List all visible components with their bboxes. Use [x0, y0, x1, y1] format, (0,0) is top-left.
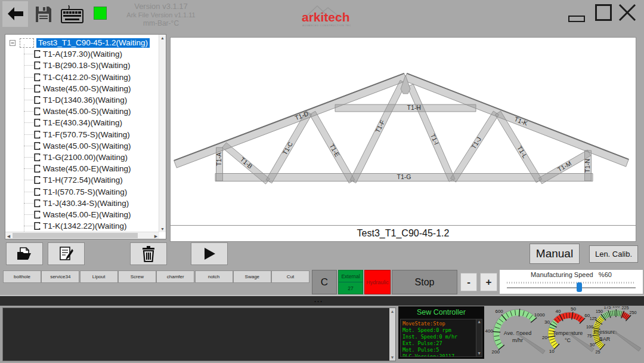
- tree-item[interactable]: T1-H(772.54)(Waiting): [5, 174, 123, 186]
- edit-button[interactable]: [48, 242, 85, 265]
- scroll-up-icon[interactable]: ▲: [389, 309, 395, 314]
- speed-slider-ticks: [507, 282, 636, 284]
- op-button-swage[interactable]: Swage: [233, 270, 271, 283]
- close-button[interactable]: [617, 2, 637, 23]
- splitter-grip[interactable]: ...: [314, 296, 323, 303]
- minimize-button[interactable]: [568, 16, 585, 22]
- external-status-button[interactable]: External 27: [338, 270, 363, 294]
- tree-item-label[interactable]: T1-D(1340.36)(Waiting): [43, 96, 127, 104]
- tree-item-label[interactable]: T1-E(430.34)(Waiting): [43, 118, 122, 127]
- manual-button[interactable]: Manual: [530, 244, 580, 264]
- speed-slider[interactable]: [507, 287, 636, 288]
- tree-connector: [24, 214, 33, 215]
- tree-connector: [24, 180, 33, 180]
- tree-item[interactable]: T1-F(570.75-S)(Waiting): [5, 129, 130, 140]
- tree-root-item[interactable]: Test3_T1_C90-45-1.2(Waiting): [10, 37, 150, 48]
- tree-item-label[interactable]: T1-H(772.54)(Waiting): [43, 176, 123, 184]
- tree-item-label[interactable]: Waste(45.00-S)(Waiting): [43, 141, 131, 150]
- tree-item-label[interactable]: T1-A(197.30)(Waiting): [43, 50, 122, 59]
- sew-console-lines: MoveState:StopMot. Speed:0 rpmInst. Spee…: [402, 321, 482, 357]
- speed-increase-button[interactable]: +: [480, 273, 497, 291]
- tree-item[interactable]: T1-J(430.34-S)(Waiting): [5, 198, 129, 209]
- scroll-down-icon[interactable]: ▼: [476, 351, 482, 356]
- tree-item-label[interactable]: T1-C(412.20-S)(Waiting): [43, 73, 131, 82]
- scroll-down-icon[interactable]: ▼: [159, 226, 166, 232]
- gauge-pressure: 255075100125150175200225250PressureBAR: [586, 306, 641, 355]
- speed-decrease-button[interactable]: -: [460, 273, 477, 291]
- tree-item-label[interactable]: T1-J(430.34-S)(Waiting): [43, 199, 129, 208]
- tree-item-label[interactable]: Waste(45.00-S)(Waiting): [43, 84, 131, 93]
- sew-console-scrollbar[interactable]: ▲ ▼: [476, 319, 482, 356]
- truss-drawing-canvas[interactable]: T1-AT1-BT1-CT1-ET1-FT1-IT1-JT1-LT1-MT1-N…: [170, 37, 636, 226]
- svg-text:200: 200: [492, 349, 500, 355]
- tree-item[interactable]: T1-B(290.18-S)(Waiting): [5, 60, 131, 71]
- op-button-notch[interactable]: notch: [195, 270, 233, 283]
- tree-item[interactable]: T1-I(570.75-S)(Waiting): [5, 186, 127, 198]
- op-button-service34[interactable]: service34: [41, 270, 79, 283]
- back-button[interactable]: [2, 1, 28, 27]
- scroll-up-icon[interactable]: ▲: [476, 319, 482, 325]
- op-button-chamfer[interactable]: chamfer: [156, 270, 194, 283]
- sew-console-line: MoveState:Stop: [402, 321, 482, 327]
- truss-diagram: T1-AT1-BT1-CT1-ET1-FT1-IT1-JT1-LT1-MT1-N…: [171, 38, 636, 225]
- c-button[interactable]: C: [312, 270, 337, 294]
- console-scrollbar[interactable]: ▲ ▼: [389, 308, 395, 361]
- speed-slider-thumb[interactable]: [577, 282, 582, 292]
- tree-item[interactable]: Waste(45.00-S)(Waiting): [5, 106, 131, 117]
- tree-item[interactable]: Waste(45.00-E)(Waiting): [5, 209, 131, 220]
- keyboard-button[interactable]: [60, 5, 85, 24]
- tree-item[interactable]: T1-D(1340.36)(Waiting): [5, 94, 127, 106]
- tree-horizontal-scrollbar[interactable]: ◀ ▶: [5, 232, 159, 239]
- truss-member-T1-H: [335, 104, 476, 112]
- hydraulic-status-button[interactable]: Hydraulic: [364, 270, 391, 294]
- tree-item-label[interactable]: T1-G(2100.00)(Waiting): [43, 153, 128, 162]
- scroll-up-icon[interactable]: ▲: [159, 35, 166, 41]
- tree-item-label[interactable]: T1-B(290.18-S)(Waiting): [43, 61, 131, 70]
- tree-item-label[interactable]: T1-K(1342.22)(Waiting): [43, 222, 127, 230]
- channel-profile-icon: [33, 84, 41, 93]
- tree-item[interactable]: T1-E(430.34)(Waiting): [5, 117, 122, 128]
- log-console: ▲ ▼: [2, 307, 396, 361]
- maximize-button[interactable]: [595, 4, 612, 21]
- op-button-cut[interactable]: Cut: [271, 270, 309, 283]
- tree-vertical-scrollbar[interactable]: ▲ ▼: [159, 35, 166, 232]
- splitter-bar[interactable]: ...: [0, 295, 644, 307]
- tree-item[interactable]: T1-C(412.20-S)(Waiting): [5, 72, 131, 83]
- tree-item[interactable]: T1-G(2100.00)(Waiting): [5, 152, 128, 163]
- sew-console-line: Ext. Pulse:27: [402, 340, 482, 347]
- scroll-down-icon[interactable]: ▼: [389, 355, 395, 360]
- start-button[interactable]: [191, 242, 228, 265]
- tree-item-label[interactable]: Waste(45.00-E)(Waiting): [43, 210, 131, 219]
- tree-connector: [24, 77, 33, 78]
- open-file-button[interactable]: [6, 242, 43, 265]
- tree-root-label[interactable]: Test3_T1_C90-45-1.2(Waiting): [36, 38, 150, 48]
- tree-item-label[interactable]: T1-I(570.75-S)(Waiting): [43, 187, 127, 196]
- app-window: Version v3.1.17 Ark File Version v1.1.11…: [0, 0, 644, 363]
- save-button[interactable]: [34, 5, 53, 24]
- scroll-left-icon[interactable]: ◀: [5, 233, 12, 239]
- tree-root-checkbox[interactable]: [20, 38, 34, 48]
- op-button-screw[interactable]: Screw: [118, 270, 156, 283]
- tree-item-label[interactable]: T1-F(570.75-S)(Waiting): [43, 130, 130, 139]
- tree-collapse-icon[interactable]: [10, 40, 16, 46]
- svg-text:250: 250: [629, 310, 636, 315]
- op-button-lipout[interactable]: Lipout: [80, 270, 118, 283]
- tree-item-label[interactable]: Waste(45.00-S)(Waiting): [43, 107, 131, 116]
- tree-item[interactable]: Waste(45.00-S)(Waiting): [5, 83, 131, 94]
- scroll-right-icon[interactable]: ▶: [153, 233, 159, 239]
- tree-item[interactable]: Waste(45.00-E)(Waiting): [5, 163, 131, 174]
- keyboard-icon: [60, 5, 84, 24]
- tree-item[interactable]: T1-K(1342.22)(Waiting): [5, 220, 127, 232]
- speed-value: %60: [599, 271, 612, 278]
- member-label: T1-A: [215, 152, 222, 166]
- stop-button[interactable]: Stop: [392, 270, 457, 294]
- length-calibration-button[interactable]: Len. Calib.: [589, 245, 638, 263]
- op-button-bolthole[interactable]: bolthole: [3, 270, 41, 283]
- delete-button[interactable]: [130, 242, 167, 265]
- channel-profile-icon: [33, 176, 41, 184]
- tree-item[interactable]: Waste(45.00-S)(Waiting): [5, 140, 131, 152]
- tree-item[interactable]: T1-A(197.30)(Waiting): [5, 48, 122, 60]
- scrollbar-thumb[interactable]: [13, 233, 138, 238]
- gauge-needle: [518, 334, 545, 353]
- tree-item-label[interactable]: Waste(45.00-E)(Waiting): [43, 164, 131, 173]
